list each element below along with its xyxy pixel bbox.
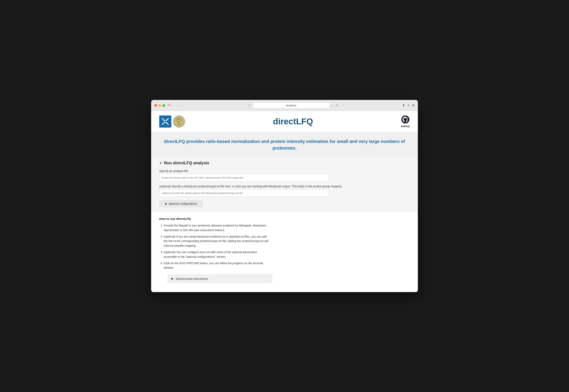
new-tab-icon[interactable]: + bbox=[407, 103, 409, 108]
optional-config-arrow-icon: ▶ bbox=[165, 202, 167, 205]
alphapept-logo bbox=[159, 115, 171, 127]
instructions-section: How to use directLFQ: Provide the filepa… bbox=[151, 212, 418, 292]
refresh-icon[interactable]: ↺ bbox=[336, 104, 338, 107]
analysis-file-input[interactable] bbox=[159, 174, 329, 182]
analysis-file-label: Specify an analysis file: bbox=[159, 169, 410, 173]
instructions-list: Provide the filepath to your proteomic d… bbox=[159, 223, 410, 270]
close-button[interactable] bbox=[154, 104, 157, 107]
optional-file-input[interactable] bbox=[159, 189, 329, 197]
app-title: directLFQ bbox=[185, 117, 401, 126]
github-icon bbox=[401, 115, 410, 124]
list-item: (optional) You can configure your run wi… bbox=[164, 250, 269, 259]
github-link[interactable]: GitHub bbox=[401, 115, 410, 128]
browser-actions: ⬆ + ⊞ bbox=[402, 103, 415, 108]
svg-text:MPG: MPG bbox=[177, 124, 181, 125]
run-analysis-section: ▼ Run directLFQ analysis Specify an anal… bbox=[151, 157, 418, 212]
translate-icon[interactable]: ⬚ bbox=[331, 104, 334, 107]
section-title: Run directLFQ analysis bbox=[164, 161, 209, 165]
analysis-file-group: Specify an analysis file: bbox=[159, 169, 410, 182]
browser-controls: ⌄ ‹ › bbox=[168, 103, 184, 108]
minimize-button[interactable] bbox=[159, 104, 161, 107]
optional-file-label: (optional) Specify a MaxQuant proteinGro… bbox=[159, 185, 410, 188]
address-bar[interactable]: localhost bbox=[253, 102, 330, 108]
traffic-lights bbox=[154, 104, 165, 107]
how-to-title: How to use directLFQ: bbox=[159, 217, 410, 220]
hero-section: directLFQ provides ratio-based normaliza… bbox=[151, 132, 418, 157]
maximize-button[interactable] bbox=[162, 104, 165, 107]
list-item: (optional) If you are using MaxQuant evi… bbox=[164, 234, 269, 248]
section-header: ▼ Run directLFQ analysis bbox=[159, 161, 410, 165]
spectronaut-header: ▶ Spectronaut instructions bbox=[171, 277, 268, 280]
spectronaut-title: Spectronaut instructions bbox=[175, 277, 208, 280]
alphapept-logo-icon bbox=[160, 116, 170, 126]
back-button[interactable]: ‹ bbox=[177, 103, 179, 108]
page-content: MPG directLFQ GitHub directLFQ provides … bbox=[151, 111, 418, 292]
logos: MPG bbox=[159, 115, 185, 127]
list-item: Click on the RUN PIPELINE button, you ca… bbox=[164, 261, 269, 270]
list-item: Provide the filepath to your proteomic d… bbox=[164, 223, 269, 232]
spectronaut-section[interactable]: ▶ Spectronaut instructions bbox=[167, 274, 272, 283]
browser-chrome: ⌄ ‹ › 🛡 localhost ⬚ ↺ ⬆ + ⊞ bbox=[151, 100, 418, 111]
optional-config-label: optional configurations bbox=[169, 202, 197, 205]
sidebar-toggle-icon[interactable] bbox=[168, 104, 171, 107]
tabs-icon[interactable]: ⊞ bbox=[412, 103, 415, 108]
optional-config-button[interactable]: ▶ optional configurations bbox=[159, 200, 203, 207]
url-display: localhost bbox=[286, 104, 296, 107]
run-pipeline-text: RUN PIPELINE bbox=[179, 262, 199, 265]
address-bar-wrapper: 🛡 localhost ⬚ ↺ bbox=[186, 102, 400, 108]
browser-window: ⌄ ‹ › 🛡 localhost ⬚ ↺ ⬆ + ⊞ bbox=[151, 100, 418, 292]
collapse-arrow-icon[interactable]: ▼ bbox=[159, 161, 162, 165]
app-header: MPG directLFQ GitHub bbox=[151, 111, 418, 132]
hero-text: directLFQ provides ratio-based normaliza… bbox=[159, 138, 410, 151]
shield-icon: 🛡 bbox=[248, 104, 251, 107]
share-icon[interactable]: ⬆ bbox=[402, 103, 405, 108]
svg-point-3 bbox=[164, 120, 166, 123]
spectronaut-arrow-icon: ▶ bbox=[171, 277, 174, 280]
optional-file-group: (optional) Specify a MaxQuant proteinGro… bbox=[159, 185, 410, 197]
mpi-logo: MPG bbox=[173, 115, 185, 127]
mpi-logo-icon: MPG bbox=[173, 116, 185, 127]
forward-button[interactable]: › bbox=[181, 103, 183, 108]
github-label: GitHub bbox=[401, 125, 409, 128]
